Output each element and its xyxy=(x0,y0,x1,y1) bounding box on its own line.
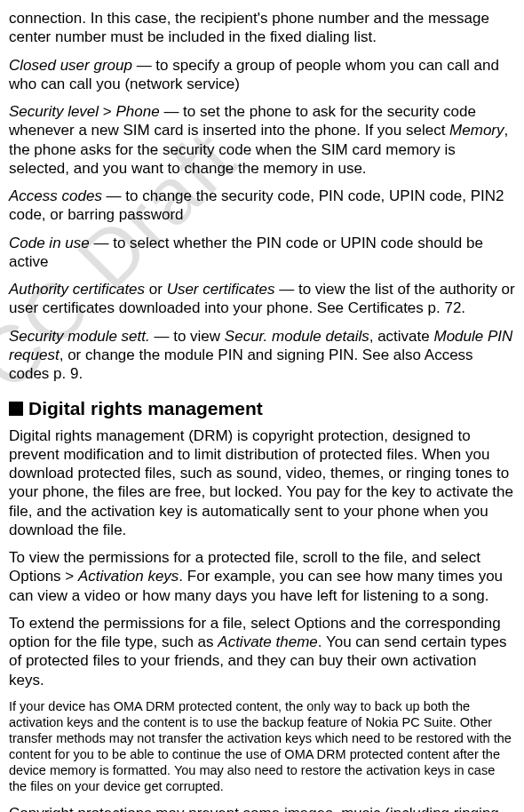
heading-box-icon xyxy=(9,402,23,416)
term-code-in-use: Code in use xyxy=(9,235,90,251)
term-user-certificates: User certificates xyxy=(167,281,275,298)
paragraph-certificates: Authority certificates or User certifica… xyxy=(9,280,515,318)
paragraph-access-codes: Access codes — to change the security co… xyxy=(9,187,515,225)
term-memory: Memory xyxy=(449,122,504,139)
text: , activate xyxy=(369,328,434,345)
text: , or change the module PIN and signing P… xyxy=(9,346,473,382)
paragraph-security-module: Security module sett. — to view Secur. m… xyxy=(9,327,515,384)
term-access-codes: Access codes xyxy=(9,187,102,204)
text: — to view xyxy=(150,328,225,345)
paragraph-code-in-use: Code in use — to select whether the PIN … xyxy=(9,234,515,272)
paragraph-closed-user-group: Closed user group — to specify a group o… xyxy=(9,56,515,94)
term-secur-module-details: Secur. module details xyxy=(225,328,369,345)
term-security-level: Security level xyxy=(9,103,99,120)
section-heading-drm: Digital rights management xyxy=(9,397,515,420)
term-closed-user-group: Closed user group xyxy=(9,57,132,74)
term-security-module-sett: Security module sett. xyxy=(9,328,150,345)
paragraph-view-permissions: To view the permissions for a protected … xyxy=(9,548,515,605)
paragraph-oma-drm-note: If your device has OMA DRM protected con… xyxy=(9,698,515,795)
text: or xyxy=(145,281,167,298)
term-activation-keys: Activation keys xyxy=(78,568,179,585)
term-authority-certificates: Authority certificates xyxy=(9,281,145,298)
heading-text: Digital rights management xyxy=(28,398,263,418)
paragraph-extend-permissions: To extend the permissions for a file, se… xyxy=(9,614,515,689)
paragraph-security-level: Security level > Phone — to set the phon… xyxy=(9,102,515,178)
paragraph-connection: connection. In this case, the recipient'… xyxy=(9,9,515,47)
text: > xyxy=(99,103,115,120)
paragraph-copyright: Copyright protections may prevent some i… xyxy=(9,804,515,813)
paragraph-drm-intro: Digital rights management (DRM) is copyr… xyxy=(9,426,515,540)
term-phone: Phone xyxy=(115,103,159,120)
term-activate-theme: Activate theme xyxy=(218,633,317,650)
